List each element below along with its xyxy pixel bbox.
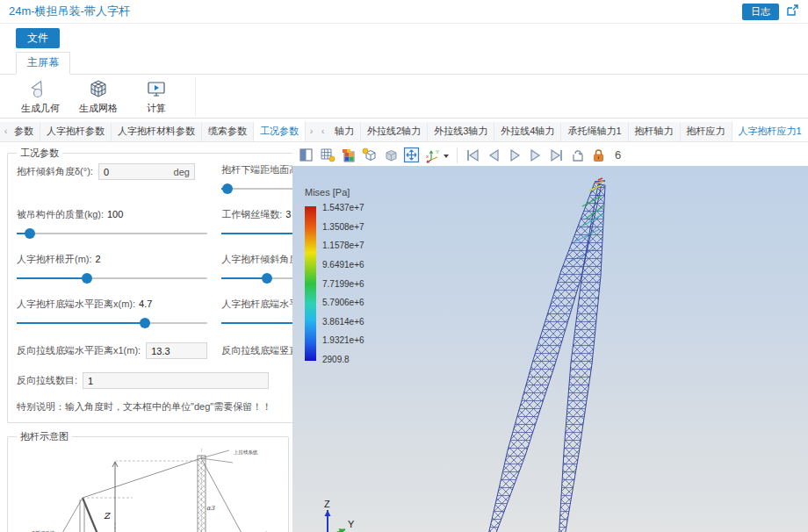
result-tabs-scroll-left[interactable]: ‹ bbox=[317, 122, 328, 141]
contour-result-icon[interactable] bbox=[340, 147, 357, 163]
mesh-icon bbox=[88, 78, 109, 101]
field-reverse-line-x1: 反向拉线底端水平距离x1(m): 13.3 bbox=[17, 342, 207, 359]
dim-label-z: z bbox=[104, 508, 111, 521]
fieldset-legend: 工况参数 bbox=[17, 147, 62, 160]
legend-tick: 5.7906e+6 bbox=[322, 298, 364, 307]
reverse-line-x1-input[interactable]: 13.3 bbox=[146, 342, 207, 359]
field-pole-tilt-angle: 抱杆倾斜角度δ(°): 0 deg bbox=[17, 163, 207, 195]
legend-tick: 3.8614e+6 bbox=[322, 317, 364, 327]
field-label: 被吊构件的质量(kg): bbox=[17, 209, 104, 219]
pole-schematic-drawing: z x x1 z1 δ1 α3 上拉线系统 承托绳系统 bbox=[17, 447, 279, 532]
hoisted-mass-slider[interactable] bbox=[17, 227, 207, 240]
legend-tick: 2909.8 bbox=[322, 355, 364, 364]
main-area: 工况参数 抱杆倾斜角度δ(°): 0 deg 抱杆下端距地面高度h(m):0 bbox=[0, 142, 808, 532]
tab-axial-force[interactable]: 轴力 bbox=[328, 122, 361, 141]
shaded-cube-icon[interactable] bbox=[382, 147, 399, 163]
clip-plane-icon[interactable] bbox=[298, 147, 314, 163]
page-title: 24m-横担吊装-带人字杆 bbox=[9, 4, 130, 19]
unit-suffix: deg bbox=[174, 167, 190, 177]
play-icon[interactable] bbox=[506, 147, 523, 163]
field-value: 100 bbox=[107, 209, 123, 219]
field-bottom-horizontal-distance-x: 人字抱杆底端水平距离x(m):4.7 bbox=[17, 298, 207, 329]
axis-label-y: Y bbox=[348, 519, 355, 529]
generate-geometry-button[interactable]: 生成几何 bbox=[16, 77, 65, 116]
legend-tick: 1.5437e+7 bbox=[322, 203, 364, 212]
legend-tick: 7.7199e+6 bbox=[322, 279, 364, 289]
bottom-horizontal-distance-x-slider[interactable] bbox=[17, 317, 207, 329]
tab-support-rope-axial1[interactable]: 承托绳轴力1 bbox=[561, 122, 628, 141]
fea-model bbox=[292, 168, 800, 532]
frame-number: 6 bbox=[615, 148, 621, 162]
tab-outer-line3-axial[interactable]: 外拉线3轴力 bbox=[428, 122, 494, 141]
toolbar-separator bbox=[457, 147, 458, 163]
tab-herringbone-pole-material-params[interactable]: 人字抱杆材料参数 bbox=[112, 122, 202, 141]
export-animation-icon[interactable] bbox=[569, 147, 586, 163]
tab-cable-params[interactable]: 缆索参数 bbox=[202, 122, 254, 141]
fieldset-legend: 抱杆示意图 bbox=[17, 430, 72, 443]
previous-frame-icon[interactable] bbox=[485, 147, 501, 163]
param-tabs-scroll-left[interactable]: ‹ bbox=[0, 122, 11, 141]
field-label: 人字抱杆根开(m): bbox=[17, 254, 92, 264]
svg-text:x: x bbox=[426, 154, 429, 159]
legend-tick: 1.9321e+6 bbox=[322, 335, 364, 345]
field-value: 1 bbox=[88, 376, 93, 386]
tab-home-screen[interactable]: 主屏幕 bbox=[16, 52, 70, 75]
dim-label-alpha3: α3 bbox=[206, 505, 215, 512]
legend-title: Mises [Pa] bbox=[305, 187, 364, 198]
tab-herringbone-pole-params[interactable]: 人字抱杆参数 bbox=[40, 122, 112, 141]
first-frame-icon[interactable] bbox=[464, 147, 480, 163]
pole-tilt-angle-input[interactable]: 0 deg bbox=[98, 163, 195, 180]
file-button[interactable]: 文件 bbox=[16, 28, 60, 48]
fit-view-icon[interactable] bbox=[403, 147, 420, 163]
ribbon-tab-row: 主屏幕 bbox=[0, 52, 808, 74]
last-frame-icon[interactable] bbox=[548, 147, 565, 163]
field-label: 人字抱杆底端水平距离x(m): bbox=[17, 298, 135, 309]
legend-tick: 1.1578e+7 bbox=[322, 241, 364, 250]
tab-pole-axial[interactable]: 抱杆轴力 bbox=[629, 122, 681, 141]
title-bar: 24m-横担吊装-带人字杆 日志 bbox=[0, 0, 808, 24]
tab-outer-line4-axial[interactable]: 外拉线4轴力 bbox=[494, 122, 561, 141]
field-value: 13.3 bbox=[151, 346, 170, 356]
ribbon-button-label: 生成几何 bbox=[21, 102, 60, 115]
stress-legend: Mises [Pa] 1.5437e+7 1.3508e+7 1.1578e+7… bbox=[305, 187, 364, 364]
field-label: 工作钢丝绳数: bbox=[221, 209, 282, 219]
lock-icon[interactable] bbox=[590, 147, 607, 163]
field-value: 0 bbox=[104, 167, 109, 177]
wireframe-cube-icon[interactable] bbox=[361, 147, 378, 163]
param-tabs-scroll-right[interactable]: › bbox=[306, 122, 317, 141]
tab-working-condition-params[interactable]: 工况参数 bbox=[254, 122, 306, 141]
field-label: 反向拉线数目: bbox=[17, 374, 77, 387]
viewport-toolbar: Yx 6 bbox=[292, 144, 808, 168]
generate-mesh-button[interactable]: 生成网格 bbox=[74, 77, 123, 116]
show-mesh-icon[interactable] bbox=[319, 147, 335, 163]
tab-pole-stress[interactable]: 抱杆应力 bbox=[681, 122, 732, 141]
herringbone-spread-slider[interactable] bbox=[17, 272, 207, 284]
legend-tick: 1.3508e+7 bbox=[322, 222, 364, 232]
external-link-icon[interactable] bbox=[786, 4, 799, 19]
geometry-icon bbox=[30, 78, 51, 101]
tab-herringbone-pole-stress1[interactable]: 人字抱杆应力1 bbox=[732, 122, 808, 141]
next-frame-icon[interactable] bbox=[527, 147, 544, 163]
compute-button[interactable]: 计算 bbox=[132, 77, 181, 116]
parameter-panel: 工况参数 抱杆倾斜角度δ(°): 0 deg 抱杆下端距地面高度h(m):0 bbox=[0, 142, 292, 532]
svg-text:Y: Y bbox=[436, 149, 439, 155]
field-value: 4.7 bbox=[139, 298, 152, 309]
field-label: 抱杆倾斜角度δ(°): bbox=[17, 165, 93, 178]
compute-icon bbox=[146, 78, 167, 101]
legend-tick-labels: 1.5437e+7 1.3508e+7 1.1578e+7 9.6491e+6 … bbox=[322, 203, 364, 364]
3d-viewport[interactable]: Mises [Pa] 1.5437e+7 1.3508e+7 1.1578e+7… bbox=[292, 168, 808, 532]
field-herringbone-spread: 人字抱杆根开(m):2 bbox=[17, 253, 207, 284]
ribbon-button-label: 生成网格 bbox=[79, 102, 118, 115]
field-label: 反向拉线底端水平距离x1(m): bbox=[17, 344, 141, 357]
document-tab-strip: ‹ 参数 人字抱杆参数 人字抱杆材料参数 缆索参数 工况参数 › ‹ 轴力 外拉… bbox=[0, 122, 808, 142]
log-button[interactable]: 日志 bbox=[742, 4, 779, 20]
pole-schematic-fieldset: 抱杆示意图 bbox=[7, 430, 289, 532]
viewport-panel: Yx 6 bbox=[292, 142, 808, 532]
field-value: 3 bbox=[285, 209, 291, 219]
reverse-line-count-input[interactable]: 1 bbox=[83, 372, 269, 389]
legend-tick: 9.6491e+6 bbox=[322, 260, 364, 270]
legend-colorbar bbox=[305, 206, 316, 361]
view-orientation-dropdown[interactable]: Yx bbox=[424, 147, 451, 163]
tab-outer-line2-axial[interactable]: 外拉线2轴力 bbox=[361, 122, 428, 141]
tab-param-clipped[interactable]: 参数 bbox=[11, 122, 40, 141]
